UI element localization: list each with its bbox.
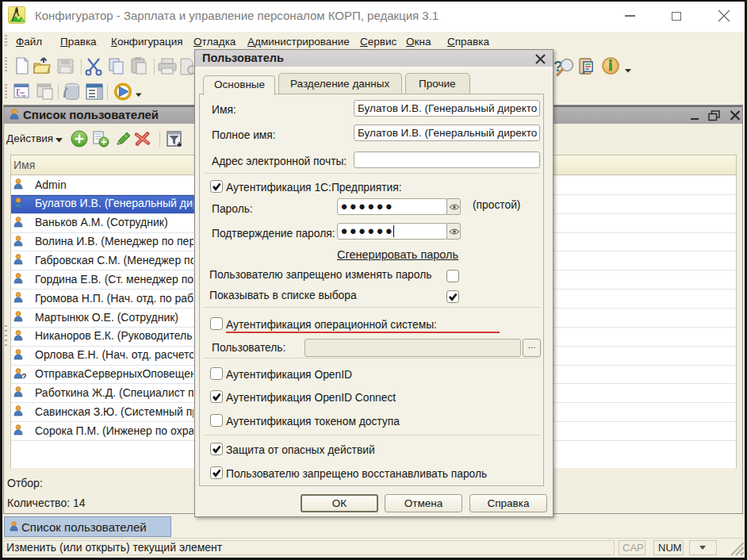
svg-text:?: ? [21, 371, 26, 379]
